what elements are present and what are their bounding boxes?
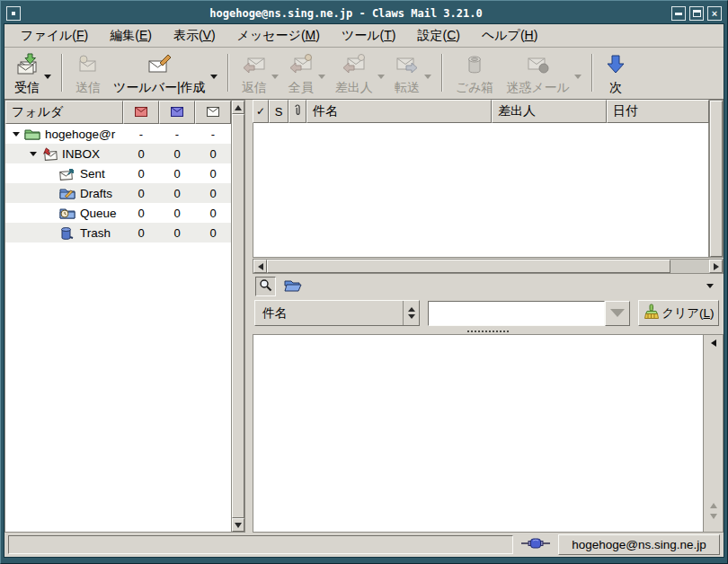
menu-view[interactable]: 表示(V) (163, 25, 226, 47)
folder-select-button[interactable] (282, 278, 304, 295)
forward-button[interactable]: 転送 (388, 50, 426, 97)
reply-label: 返信 (242, 80, 267, 96)
mime-next-button[interactable] (710, 514, 717, 519)
close-button[interactable]: × (707, 6, 722, 21)
message-list-body[interactable] (253, 123, 709, 258)
sent-folder-icon (59, 166, 75, 181)
scroll-down-button[interactable] (232, 518, 244, 532)
trash-label: ごみ箱 (456, 80, 494, 96)
date-column-header[interactable]: 日付 (607, 100, 709, 123)
app-body: ファイル(F) 編集(E) 表示(V) メッセージ(M) ツール(T) 設定(C… (4, 23, 724, 558)
folder-row-sent[interactable]: Sent 0 0 0 (5, 163, 231, 183)
unread-column-header[interactable] (159, 101, 195, 124)
scroll-up-button[interactable] (232, 101, 244, 114)
folder-total-count: - (195, 128, 231, 141)
spam-button[interactable]: 迷惑メール (500, 50, 576, 97)
quick-search-bar: 件名 クリア(L) (253, 298, 724, 328)
search-type-combo[interactable]: 件名 (254, 300, 420, 326)
message-view-body[interactable] (253, 334, 704, 533)
quick-search-collapse-arrow[interactable] (706, 284, 714, 288)
message-list-hscrollbar[interactable] (253, 259, 724, 274)
folder-label: hogehoge@r (45, 128, 115, 141)
mime-prev-button[interactable] (710, 503, 717, 508)
search-toggle-button[interactable] (255, 277, 276, 296)
next-button[interactable]: 次 (599, 50, 632, 97)
maximize-button[interactable] (689, 6, 704, 21)
mark-column-header[interactable]: ✓ (253, 100, 269, 123)
pane-splitter[interactable] (245, 100, 253, 533)
trash-button[interactable]: ごみ箱 (449, 50, 501, 97)
reply-dropdown-arrow[interactable] (271, 75, 279, 79)
reply-sender-button[interactable]: 差出人 (329, 50, 379, 97)
compose-icon (146, 51, 173, 78)
spin-down-icon (408, 314, 415, 319)
statusbar: hogehoge@ns.sing.ne.jp (4, 533, 724, 557)
reply-all-dropdown-arrow[interactable] (318, 75, 325, 79)
spam-dropdown-arrow[interactable] (574, 75, 582, 79)
status-column-header[interactable]: S (269, 100, 289, 123)
menu-tools[interactable]: ツール(T) (331, 25, 407, 47)
spam-label: 迷惑メール (506, 80, 570, 96)
account-selector-button[interactable]: hogehoge@ns.sing.ne.jp (558, 534, 720, 555)
from-column-header[interactable]: 差出人 (492, 100, 607, 123)
menu-file[interactable]: ファイル(F) (10, 25, 99, 47)
folder-new-count: 0 (123, 226, 159, 240)
compose-dropdown-arrow[interactable] (210, 75, 218, 79)
attachment-column-header[interactable] (289, 100, 306, 123)
clear-search-button[interactable]: クリア(L) (638, 300, 719, 326)
toolbar-separator (441, 54, 443, 92)
expander-icon[interactable] (13, 132, 20, 137)
folder-unread-count: 0 (159, 187, 195, 200)
folder-row-drafts[interactable]: Drafts 0 0 0 (5, 183, 231, 203)
folder-column-header[interactable]: フォルダ (5, 101, 123, 124)
search-input[interactable] (428, 301, 605, 326)
online-toggle-button[interactable] (519, 536, 552, 554)
menu-configuration[interactable]: 設定(C) (406, 25, 470, 47)
scrollbar-thumb[interactable] (710, 101, 723, 257)
scroll-left-button[interactable] (253, 260, 267, 273)
reply-sender-dropdown-arrow[interactable] (377, 75, 385, 79)
folder-unread-count: - (159, 128, 195, 141)
scroll-right-button[interactable] (709, 260, 723, 273)
reply-all-button[interactable]: 全員 (282, 50, 320, 97)
menu-message[interactable]: メッセージ(M) (226, 25, 331, 47)
receive-button[interactable]: 受信 (8, 50, 46, 97)
queue-folder-icon (59, 206, 75, 220)
folder-scrollbar[interactable] (231, 100, 245, 533)
message-list-scrollbar[interactable] (709, 100, 724, 258)
search-history-dropdown-button[interactable] (605, 301, 630, 326)
folder-new-count: 0 (123, 187, 159, 200)
minimize-button[interactable] (671, 6, 686, 21)
folder-row-account[interactable]: hogehoge@r - - - (5, 124, 231, 144)
scrollbar-thumb[interactable] (267, 260, 670, 273)
mime-collapse-button[interactable] (711, 339, 716, 347)
subject-column-header[interactable]: 件名 (306, 100, 492, 123)
menu-help[interactable]: ヘルプ(H) (471, 25, 548, 47)
folder-pane: フォルダ (4, 100, 245, 533)
combo-spinner[interactable] (403, 301, 419, 325)
new-column-header[interactable] (123, 101, 159, 124)
compose-button[interactable]: ツールバー|作成 (107, 50, 212, 97)
checkmark-icon: ✓ (256, 105, 265, 118)
reply-button[interactable]: 返信 (235, 50, 273, 97)
new-mail-envelope-icon (135, 105, 147, 119)
total-column-header[interactable] (195, 101, 231, 124)
forward-dropdown-arrow[interactable] (424, 75, 431, 79)
spam-icon (525, 51, 552, 78)
scrollbar-thumb[interactable] (232, 114, 244, 518)
window-menu-button[interactable] (6, 6, 21, 21)
receive-icon (14, 51, 40, 78)
receive-dropdown-arrow[interactable] (44, 75, 51, 79)
folder-row-queue[interactable]: Queue 0 0 0 (5, 203, 231, 223)
folder-row-trash[interactable]: Trash 0 0 0 (5, 223, 231, 242)
expander-icon[interactable] (30, 152, 37, 156)
search-icon (259, 278, 272, 295)
chevron-down-icon (610, 309, 625, 317)
menu-edit[interactable]: 編集(E) (99, 25, 163, 47)
reply-all-icon (289, 51, 314, 78)
splitter-grip[interactable] (467, 330, 509, 332)
quick-search-toggle-row (253, 274, 724, 298)
toolbar-separator (227, 54, 229, 92)
folder-row-inbox[interactable]: INBOX 0 0 0 (5, 144, 231, 163)
send-button[interactable]: 送信 (69, 50, 107, 97)
